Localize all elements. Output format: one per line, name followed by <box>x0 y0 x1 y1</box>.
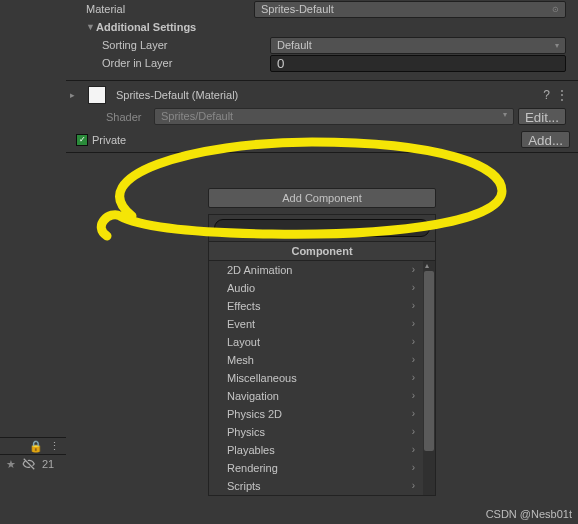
menu-item-label: Event <box>227 318 255 330</box>
material-value: Sprites-Default <box>261 3 334 15</box>
material-dropdown[interactable]: Sprites-Default ⊙ <box>254 1 566 18</box>
menu-item-2d-animation[interactable]: 2D Animation› <box>209 261 423 279</box>
material-title: Sprites-Default (Material) <box>116 89 543 101</box>
menu-item-layout[interactable]: Layout› <box>209 333 423 351</box>
sorting-layer-value: Default <box>277 39 312 51</box>
foldout-icon[interactable]: ▼ <box>86 22 96 32</box>
menu-item-event[interactable]: Event› <box>209 315 423 333</box>
chevron-right-icon: › <box>412 462 415 474</box>
menu-item-label: Effects <box>227 300 260 312</box>
menu-item-label: Physics <box>227 426 265 438</box>
menu-item-scripts[interactable]: Scripts› <box>209 477 423 495</box>
add-button[interactable]: Add... <box>521 131 570 148</box>
lock-icon[interactable]: 🔒 <box>29 440 43 453</box>
chevron-right-icon: › <box>412 372 415 384</box>
menu-item-navigation[interactable]: Navigation› <box>209 387 423 405</box>
menu-item-audio[interactable]: Audio› <box>209 279 423 297</box>
shader-dropdown[interactable]: Sprites/Default ▾ <box>154 108 514 125</box>
chevron-right-icon: › <box>412 282 415 294</box>
foldout-icon[interactable]: ▸ <box>70 90 80 100</box>
menu-item-label: 2D Animation <box>227 264 292 276</box>
order-in-layer-label: Order in Layer <box>102 57 270 69</box>
menu-item-label: Playables <box>227 444 275 456</box>
menu-item-label: Audio <box>227 282 255 294</box>
chevron-right-icon: › <box>412 426 415 438</box>
menu-icon[interactable]: ⋮ <box>49 440 60 453</box>
menu-item-label: Miscellaneous <box>227 372 297 384</box>
sorting-layer-label: Sorting Layer <box>102 39 270 51</box>
chevron-down-icon: ▾ <box>555 41 559 50</box>
menu-item-rendering[interactable]: Rendering› <box>209 459 423 477</box>
chevron-right-icon: › <box>412 390 415 402</box>
component-menu: Component 2D Animation›Audio›Effects›Eve… <box>208 214 436 496</box>
menu-item-playables[interactable]: Playables› <box>209 441 423 459</box>
scrollbar[interactable] <box>423 261 435 495</box>
shader-label: Shader <box>70 111 154 123</box>
order-in-layer-input[interactable] <box>270 55 566 72</box>
menu-icon[interactable]: ⋮ <box>556 88 568 102</box>
menu-item-label: Mesh <box>227 354 254 366</box>
chevron-down-icon: ▾ <box>503 110 507 123</box>
component-search-input[interactable] <box>214 219 430 237</box>
chevron-right-icon: › <box>412 300 415 312</box>
menu-item-label: Physics 2D <box>227 408 282 420</box>
chevron-right-icon: › <box>412 480 415 492</box>
chevron-right-icon: › <box>412 408 415 420</box>
chevron-right-icon: › <box>412 264 415 276</box>
menu-item-label: Layout <box>227 336 260 348</box>
edit-button[interactable]: Edit... <box>518 108 566 125</box>
menu-item-miscellaneous[interactable]: Miscellaneous› <box>209 369 423 387</box>
chevron-right-icon: › <box>412 444 415 456</box>
scrollbar-thumb[interactable] <box>424 271 434 451</box>
private-label: Private <box>92 134 521 146</box>
menu-item-effects[interactable]: Effects› <box>209 297 423 315</box>
sorting-layer-dropdown[interactable]: Default ▾ <box>270 37 566 54</box>
eye-off-icon[interactable] <box>22 457 36 471</box>
chevron-right-icon: › <box>412 318 415 330</box>
add-component-button[interactable]: Add Component <box>208 188 436 208</box>
watermark: CSDN @Nesb01t <box>486 508 572 520</box>
menu-item-label: Navigation <box>227 390 279 402</box>
chevron-down-icon: ⊙ <box>552 5 559 14</box>
private-checkbox[interactable]: ✓ <box>76 134 88 146</box>
menu-item-label: Rendering <box>227 462 278 474</box>
menu-item-physics[interactable]: Physics› <box>209 423 423 441</box>
chevron-right-icon: › <box>412 354 415 366</box>
help-icon[interactable]: ? <box>543 88 550 102</box>
additional-settings-label: Additional Settings <box>96 21 196 33</box>
material-thumbnail <box>88 86 106 104</box>
hidden-count: 21 <box>42 458 54 470</box>
component-menu-header: Component <box>209 241 435 261</box>
menu-item-label: Scripts <box>227 480 261 492</box>
menu-item-physics-2d[interactable]: Physics 2D› <box>209 405 423 423</box>
menu-item-mesh[interactable]: Mesh› <box>209 351 423 369</box>
star-icon[interactable]: ★ <box>6 458 16 471</box>
shader-value: Sprites/Default <box>161 110 233 123</box>
chevron-right-icon: › <box>412 336 415 348</box>
material-label: Material <box>86 3 254 15</box>
